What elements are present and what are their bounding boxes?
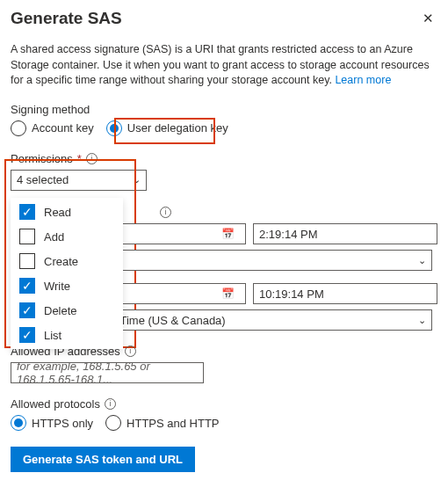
perm-item-read[interactable]: ✓ Read [11, 200, 123, 224]
radio-user-delegation-key[interactable]: User delegation key [106, 120, 228, 136]
perm-label-write: Write [44, 280, 70, 293]
start-time-input[interactable]: 2:19:14 PM [253, 223, 437, 244]
chevron-down-icon: ⌄ [133, 174, 141, 186]
chevron-down-icon: ⌄ [418, 315, 426, 326]
perm-label-read: Read [44, 206, 71, 219]
perm-item-add[interactable]: Add [11, 224, 123, 249]
calendar-icon: 📅 [221, 287, 235, 300]
radio-https-only-label: HTTPS only [32, 417, 93, 430]
checkbox-list[interactable]: ✓ [19, 327, 35, 343]
radio-user-delegation-key-label: User delegation key [127, 121, 228, 135]
perm-label-create: Create [44, 255, 78, 268]
calendar-icon: 📅 [221, 228, 235, 240]
perm-item-delete[interactable]: ✓ Delete [11, 298, 123, 323]
info-icon[interactable]: i [105, 398, 116, 410]
perm-label-add: Add [44, 230, 64, 244]
radio-https-and-http-label: HTTPS and HTTP [126, 417, 219, 430]
close-icon[interactable]: ✕ [419, 9, 437, 28]
perm-item-create[interactable]: Create [11, 249, 123, 273]
info-icon[interactable]: i [160, 207, 171, 218]
permissions-dropdown[interactable]: 4 selected ⌄ [11, 170, 147, 191]
radio-https-and-http[interactable]: HTTPS and HTTP [105, 415, 219, 431]
perm-label-delete: Delete [44, 304, 77, 317]
allowed-ip-placeholder: for example, 168.1.5.65 or 168.1.5.65-16… [17, 360, 198, 386]
allowed-protocols-label: Allowed protocols [11, 397, 100, 411]
required-asterisk: * [77, 152, 82, 165]
perm-item-list[interactable]: ✓ List [11, 323, 123, 347]
checkbox-add[interactable] [19, 229, 35, 244]
generate-button[interactable]: Generate SAS token and URL [11, 447, 195, 472]
info-icon[interactable]: i [86, 153, 98, 164]
start-time-value: 2:19:14 PM [259, 228, 318, 241]
radio-account-key-label: Account key [32, 121, 94, 135]
allowed-ip-input[interactable]: for example, 168.1.5.65 or 168.1.5.65-16… [11, 362, 204, 383]
learn-more-link[interactable]: Learn more [335, 74, 391, 86]
checkbox-read[interactable]: ✓ [19, 204, 35, 220]
perm-item-write[interactable]: ✓ Write [11, 273, 123, 298]
chevron-down-icon: ⌄ [418, 255, 426, 266]
end-time-value: 10:19:14 PM [259, 287, 324, 301]
checkbox-write[interactable]: ✓ [19, 278, 35, 294]
radio-https-only[interactable]: HTTPS only [11, 415, 93, 431]
checkbox-delete[interactable]: ✓ [19, 302, 35, 318]
signing-method-label: Signing method [11, 103, 437, 116]
checkbox-create[interactable] [19, 253, 35, 269]
description-text: A shared access signature (SAS) is a URI… [11, 42, 437, 89]
page-title: Generate SAS [11, 9, 122, 28]
radio-account-key[interactable]: Account key [11, 120, 94, 136]
info-icon[interactable]: i [125, 346, 136, 357]
permissions-summary: 4 selected [17, 173, 69, 186]
permissions-label: Permissions [11, 152, 73, 165]
perm-label-list: List [44, 329, 61, 342]
end-time-input[interactable]: 10:19:14 PM [253, 283, 437, 304]
permissions-menu: ✓ Read Add Create ✓ Write ✓ Delete ✓ Lis… [11, 198, 123, 349]
